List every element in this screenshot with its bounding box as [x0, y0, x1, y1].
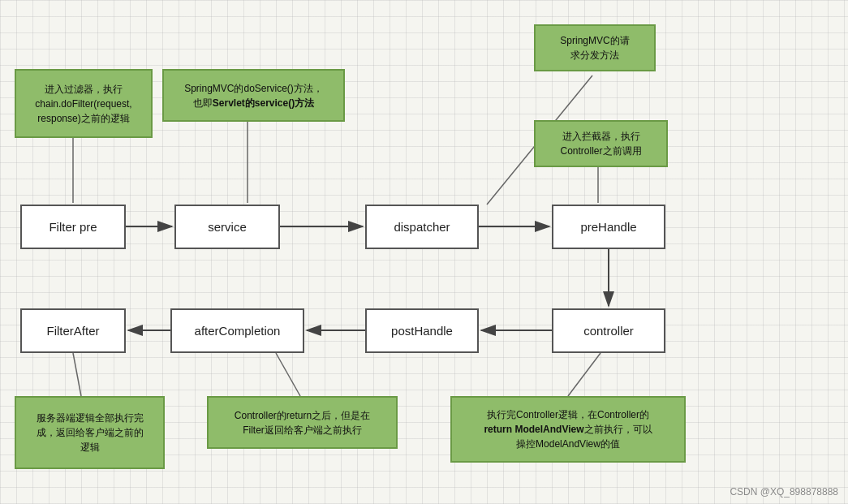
dispatcher-label: dispatcher: [394, 220, 450, 234]
diagram-container: Filter pre service dispatcher preHandle …: [0, 0, 848, 504]
note-filterafter-text: 服务器端逻辑全部执行完成，返回给客户端之前的逻辑: [37, 411, 144, 454]
note-dispatcher-text: SpringMVC的请求分发方法: [560, 33, 629, 62]
note-service-text: SpringMVC的doService()方法，也即Servlet的servic…: [184, 81, 323, 110]
watermark: CSDN @XQ_898878888: [730, 486, 838, 498]
filter-pre-label: Filter pre: [49, 220, 97, 234]
watermark-text: CSDN @XQ_898878888: [730, 486, 838, 498]
controller-box: controller: [552, 308, 665, 353]
note-aftercompletion-text: Controller的return之后，但是在Filter返回给客户端之前执行: [235, 408, 370, 437]
prehandle-label: preHandle: [580, 220, 636, 234]
service-box: service: [174, 205, 280, 249]
svg-line-12: [73, 353, 81, 396]
note-prehandle-text: 进入拦截器，执行Controller之前调用: [560, 129, 641, 158]
aftercompletion-box: afterCompletion: [170, 308, 304, 353]
svg-line-13: [276, 353, 300, 396]
svg-line-14: [568, 353, 600, 396]
note-prehandle: 进入拦截器，执行Controller之前调用: [534, 120, 668, 167]
note-filter-pre-text: 进入过滤器，执行chain.doFilter(request,response)…: [35, 82, 131, 126]
note-filterafter: 服务器端逻辑全部执行完成，返回给客户端之前的逻辑: [15, 396, 165, 469]
note-controller-text: 执行完Controller逻辑，在Controller的return Model…: [484, 407, 652, 451]
filter-pre-box: Filter pre: [20, 205, 126, 249]
controller-label: controller: [583, 324, 634, 338]
filterafter-box: FilterAfter: [20, 308, 126, 353]
note-service: SpringMVC的doService()方法，也即Servlet的servic…: [162, 69, 345, 122]
prehandle-box: preHandle: [552, 205, 665, 249]
posthandle-label: postHandle: [391, 324, 453, 338]
service-label: service: [208, 220, 247, 234]
dispatcher-box: dispatcher: [365, 205, 479, 249]
note-controller: 执行完Controller逻辑，在Controller的return Model…: [450, 396, 686, 463]
note-aftercompletion: Controller的return之后，但是在Filter返回给客户端之前执行: [207, 396, 398, 449]
posthandle-box: postHandle: [365, 308, 479, 353]
note-filter-pre: 进入过滤器，执行chain.doFilter(request,response)…: [15, 69, 153, 138]
filterafter-label: FilterAfter: [46, 324, 99, 338]
aftercompletion-label: afterCompletion: [195, 324, 281, 338]
note-dispatcher: SpringMVC的请求分发方法: [534, 24, 656, 71]
